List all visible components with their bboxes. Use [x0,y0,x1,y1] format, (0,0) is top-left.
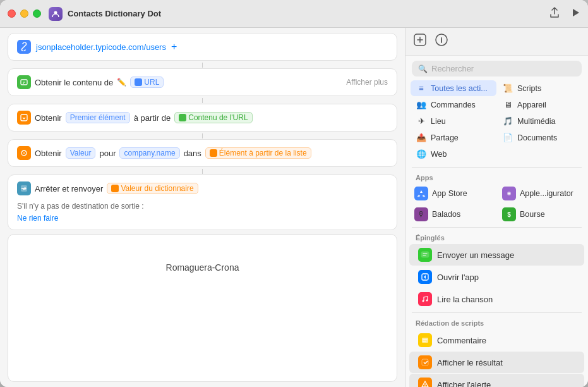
company-name-pill[interactable]: company.name [119,147,179,159]
edit-icon: ✏️ [117,78,126,87]
afficher-resultat-item[interactable]: Afficher le résultat [409,352,584,373]
divider-1 [412,167,582,168]
cat-multimedia-label: Multimédia [517,117,555,126]
envoyer-message-label: Envoyer un message [437,250,514,260]
get-first-icon [17,111,31,125]
connector-2 [202,98,203,103]
url-pill[interactable]: URL [130,77,164,88]
balados-icon: 🎙 [414,207,428,221]
cat-scripts-label: Scripts [517,84,541,93]
titlebar-actions [549,7,580,21]
cat-lieu-icon: ✈ [416,116,427,126]
cat-appareil-icon: 🖥 [502,100,513,109]
dict-value-pill[interactable]: Valeur du dictionnaire [107,183,198,194]
apps-grid: App Store Apple...igurator 🎙 [405,183,588,224]
cat-multimedia-icon: 🎵 [502,116,513,126]
get-first-row: Obtenir Premier élément à partir de Cont… [17,111,388,125]
output-result: Romaguera-Crona [17,262,388,273]
apple-config-icon [502,187,516,200]
svg-point-9 [508,193,510,195]
apple-config-item[interactable]: Apple...igurator [497,183,584,204]
window-title: Contacts Dictionary Dot [68,9,549,18]
company-name-label: company.name [124,149,175,157]
search-input[interactable] [431,64,575,73]
no-action-link[interactable]: Ne rien faire [17,214,58,223]
afficher-alerte-item[interactable]: Afficher l'alerte [409,374,584,387]
get-value-icon [17,146,31,160]
cat-partage[interactable]: 📤 Partage [411,130,496,145]
element-liste-pill[interactable]: Élément à partir de la liste [205,147,311,159]
minimize-button[interactable] [20,9,28,18]
contenu-url-label: Contenu de l'URL [188,113,248,122]
get-first-prefix: Obtenir [35,113,62,123]
cat-web-label: Web [431,150,447,159]
cat-commandes[interactable]: 👥 Commandes [411,97,496,113]
add-url-button[interactable]: + [171,41,177,52]
valeur-pill-label: Valeur [70,149,92,157]
get-value-for: pour [99,149,116,158]
lire-chanson-label: Lire la chanson [437,295,493,304]
play-button[interactable] [570,8,580,20]
url-pill-icon [135,78,142,86]
ouvrir-app-label: Ouvrir l'app [437,273,479,282]
titlebar: Contacts Dictionary Dot [0,0,588,28]
afficher-alerte-label: Afficher l'alerte [437,380,491,388]
get-value-in: dans [184,149,201,158]
get-first-block: Obtenir Premier élément à partir de Cont… [8,104,397,132]
divider-3 [412,312,582,313]
fullscreen-button[interactable] [33,9,41,18]
dict-value-icon [111,185,119,192]
lire-chanson-item[interactable]: Lire la chanson [409,288,584,310]
right-panel: 🔍 ≡ Toutes les acti... 📜 Scripts 👥 Comma… [405,28,588,387]
svg-marker-1 [573,9,579,16]
scripts-section-label: Rédaction de scripts [405,316,588,329]
ouvrir-app-icon [418,270,432,284]
svg-point-12 [423,300,424,302]
url-text[interactable]: jsonplaceholder.typicode.com/users [36,42,166,52]
get-value-block: Obtenir Valeur pour company.name dans Él… [8,139,397,167]
url-pill-label: URL [144,78,159,87]
info-button[interactable] [435,33,448,50]
valeur-pill[interactable]: Valeur [66,147,96,159]
afficher-resultat-icon [418,355,432,369]
balados-item[interactable]: 🎙 Balados [409,204,496,224]
commentaire-icon [418,333,432,347]
cat-documents[interactable]: 📄 Documents [497,130,583,145]
ouvrir-app-item[interactable]: Ouvrir l'app [409,266,584,288]
cat-appareil[interactable]: 🖥 Appareil [497,97,583,113]
svg-rect-3 [21,114,27,121]
close-button[interactable] [8,9,16,18]
cat-commandes-label: Commandes [431,101,476,109]
url-block: jsonplaceholder.typicode.com/users + [8,33,397,61]
get-content-label: Obtenir le contenu de [35,78,113,87]
cat-all[interactable]: ≡ Toutes les acti... [411,80,496,96]
cat-documents-label: Documents [517,133,557,142]
bourse-label: Bourse [520,210,545,219]
contenu-url-pill[interactable]: Contenu de l'URL [174,112,252,123]
lire-chanson-icon [418,292,432,306]
appstore-item[interactable]: App Store [409,183,496,204]
afficher-alerte-icon [418,378,432,387]
cat-web[interactable]: 🌐 Web [411,146,496,162]
connector-1 [202,63,203,68]
cat-appareil-label: Appareil [517,101,546,109]
connector-3 [202,133,203,138]
add-action-button[interactable] [413,33,427,50]
search-icon: 🔍 [418,64,428,73]
cat-scripts[interactable]: 📜 Scripts [497,80,583,96]
bourse-item[interactable]: $ Bourse [497,204,584,224]
no-dest-text: S'il n'y a pas de destination de sortie … [17,200,388,212]
cat-multimedia[interactable]: 🎵 Multimédia [497,113,583,129]
cat-documents-icon: 📄 [502,133,513,142]
get-value-prefix: Obtenir [35,149,62,158]
premier-pill[interactable]: Premier élément [66,112,130,123]
envoyer-message-item[interactable]: Envoyer un message [409,244,584,266]
divider-2 [412,227,582,228]
left-panel: jsonplaceholder.typicode.com/users + Obt… [0,28,405,387]
cat-lieu[interactable]: ✈ Lieu [411,113,496,129]
cat-scripts-icon: 📜 [502,83,513,93]
afficher-plus[interactable]: Afficher plus [346,78,388,87]
commentaire-item[interactable]: Commentaire [409,329,584,351]
commentaire-label: Commentaire [437,336,486,345]
share-button[interactable] [549,7,560,21]
